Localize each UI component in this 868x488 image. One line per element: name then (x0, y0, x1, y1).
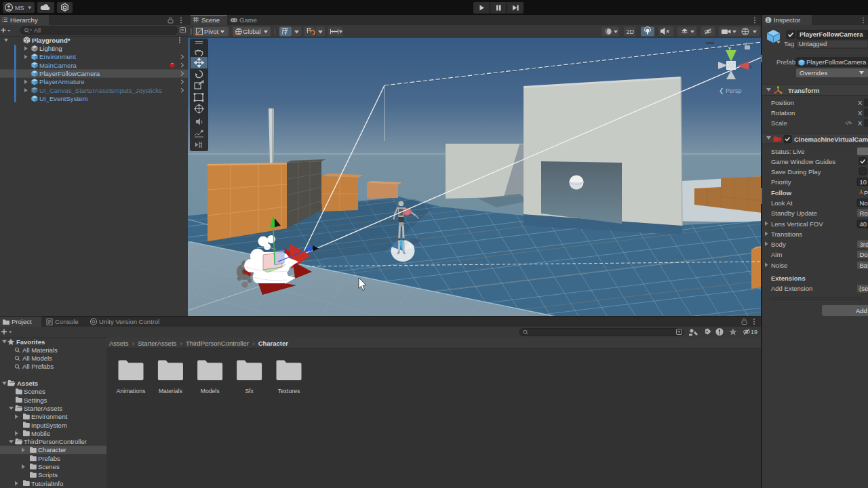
svg-text:X: X (858, 119, 863, 127)
svg-text:2D: 2D (627, 28, 635, 35)
svg-text:All: All (34, 27, 41, 34)
svg-text:Pivot: Pivot (204, 28, 218, 35)
svg-text:P: P (864, 189, 868, 197)
svg-text:Hierarchy: Hierarchy (10, 16, 38, 24)
svg-text:Lighting: Lighting (39, 45, 62, 52)
svg-text:❮ Persp: ❮ Persp (719, 87, 742, 95)
svg-text:StarterAssets: StarterAssets (24, 405, 62, 412)
svg-text:Project: Project (12, 318, 32, 325)
svg-text:Transform: Transform (788, 87, 819, 94)
svg-text:Standby Update: Standby Update (771, 209, 817, 217)
svg-text:Game Window Guides: Game Window Guides (771, 158, 835, 165)
svg-text:Environment: Environment (31, 413, 68, 420)
svg-text:UI_Canvas_StarterAssetsInputs_: UI_Canvas_StarterAssetsInputs_Joysticks (39, 87, 162, 94)
svg-text:Prefab: Prefab (776, 58, 795, 66)
svg-text:Noise: Noise (771, 262, 787, 269)
svg-text:All Materials: All Materials (22, 346, 58, 354)
svg-text:MainCamera: MainCamera (39, 62, 77, 69)
svg-text:19: 19 (751, 329, 757, 336)
svg-text:InputSystem: InputSystem (31, 422, 67, 429)
svg-text:Assets: Assets (17, 380, 38, 387)
svg-text:Materials: Materials (159, 388, 182, 394)
svg-text:ThirdPersonController: ThirdPersonController (24, 438, 87, 445)
svg-text:X: X (858, 109, 863, 117)
svg-text:Settings: Settings (24, 396, 47, 404)
svg-text:Untagged: Untagged (799, 40, 827, 47)
svg-text:Global: Global (243, 28, 261, 35)
svg-text:40: 40 (860, 220, 867, 228)
svg-text:Body: Body (771, 241, 786, 248)
svg-text:Y: Y (284, 31, 288, 36)
svg-text:PlayerArmature: PlayerArmature (39, 78, 85, 85)
svg-text:TutorialInfo: TutorialInfo (31, 480, 63, 487)
svg-text:10: 10 (860, 178, 867, 186)
svg-text:Bas: Bas (860, 262, 868, 269)
svg-text:Add Extension: Add Extension (771, 285, 812, 292)
svg-text:Extensions: Extensions (771, 274, 806, 282)
svg-text:Scenes: Scenes (38, 463, 60, 470)
svg-text:y: y (728, 45, 731, 51)
svg-text:Scale: Scale (771, 119, 787, 127)
svg-text:Inspector: Inspector (774, 16, 800, 24)
svg-text:Scenes: Scenes (24, 388, 45, 395)
svg-text:Scripts: Scripts (38, 471, 58, 479)
svg-text:Unity Version Control: Unity Version Control (99, 318, 159, 325)
svg-text:Tag: Tag (784, 40, 794, 47)
svg-text:Animations: Animations (117, 388, 146, 394)
svg-text:Prefabs: Prefabs (38, 455, 60, 462)
svg-text:Aim: Aim (771, 251, 782, 258)
svg-text:Ro: Ro (860, 209, 868, 217)
svg-text:Favorites: Favorites (16, 338, 45, 346)
svg-text:Mobile: Mobile (31, 430, 50, 437)
svg-text:All Prefabs: All Prefabs (22, 363, 54, 370)
svg-text:Environment: Environment (39, 53, 76, 60)
svg-text:MS: MS (15, 5, 24, 12)
svg-text:Look At: Look At (771, 199, 793, 207)
svg-text:Rotation: Rotation (771, 109, 795, 117)
svg-text:3rd: 3rd (860, 241, 868, 248)
svg-text:(se: (se (859, 285, 868, 292)
svg-text:Character: Character (38, 446, 66, 453)
svg-text:x: x (749, 64, 752, 70)
svg-text:Follow: Follow (771, 189, 792, 197)
svg-text:PlayerFollowCamera: PlayerFollowCamera (39, 70, 100, 77)
svg-text:Do: Do (860, 251, 868, 258)
svg-text:Overrides: Overrides (800, 69, 827, 77)
svg-text:Scene: Scene (201, 16, 220, 24)
svg-text:Playground*: Playground* (32, 37, 71, 44)
svg-text:Status: Live: Status: Live (771, 148, 805, 155)
svg-text:Sfx: Sfx (245, 388, 254, 394)
svg-text:Models: Models (201, 388, 220, 394)
svg-text:All Models: All Models (22, 354, 52, 362)
svg-text:Textures: Textures (278, 388, 300, 394)
svg-text:CinemachineVirtualCame: CinemachineVirtualCame (794, 136, 868, 143)
svg-text:PlayerFollowCamera: PlayerFollowCamera (800, 30, 863, 38)
svg-text:Console: Console (55, 318, 79, 325)
svg-text:Lens Vertical FOV: Lens Vertical FOV (771, 220, 823, 228)
svg-text:Priority: Priority (771, 178, 791, 186)
svg-text:Transitions: Transitions (771, 230, 802, 238)
svg-text:Position: Position (771, 99, 794, 106)
svg-text:Save During Play: Save During Play (771, 168, 821, 176)
svg-text:Game: Game (239, 16, 257, 24)
svg-text:X: X (858, 99, 863, 106)
svg-text:UI_EventSystem: UI_EventSystem (39, 95, 87, 102)
svg-text:PlayerFollowCamera: PlayerFollowCamera (806, 58, 867, 66)
svg-text:No: No (860, 199, 868, 207)
